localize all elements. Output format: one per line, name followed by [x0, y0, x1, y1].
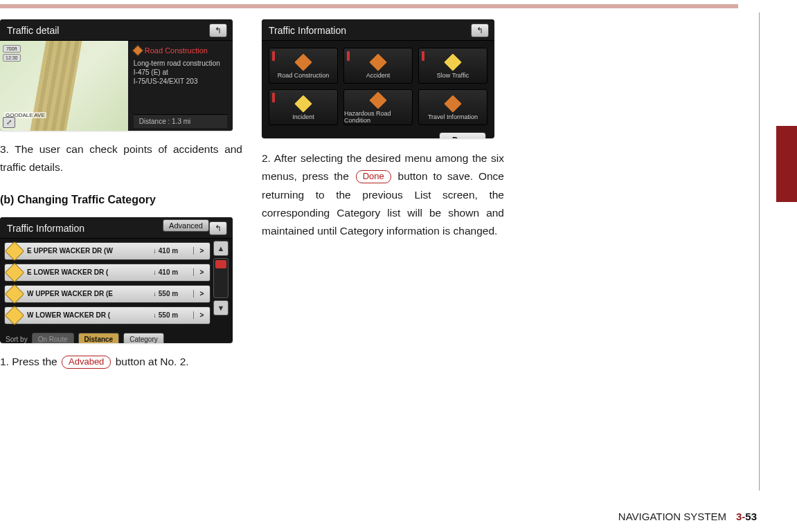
detail-heading-text: Road Construction [145, 46, 208, 55]
category-cell[interactable]: Travel Information [418, 89, 487, 125]
category-cell[interactable]: Accident [343, 48, 413, 84]
sort-bar: Sort by On Route Distance Category [4, 330, 211, 343]
category-label: Hazardous Road Condition [344, 110, 412, 124]
paragraph-b2: 2. After selecting the desired menu amon… [262, 149, 504, 241]
selected-mark-icon [272, 51, 275, 61]
screenshot-traffic-detail: Traffic detail ↰ 700ft 12:30 GOODALE AVE… [0, 19, 233, 131]
warning-diamond-icon [5, 263, 24, 282]
detail-distance-footer: Distance : 1.3 mi [134, 114, 227, 128]
category-diamond-icon [294, 53, 313, 72]
construction-icon [132, 45, 143, 57]
selected-mark-icon [272, 93, 275, 102]
paragraph-3-text: The user can check points of accidents a… [0, 143, 242, 173]
back-button-icon[interactable]: ↰ [471, 24, 489, 37]
category-label: Incident [292, 113, 314, 120]
selected-mark-icon [422, 51, 424, 61]
ss3-title: Traffic Information [269, 25, 346, 36]
detail-body-text: Long-term road construction I-475 (E) at… [134, 59, 227, 86]
warning-diamond-icon [5, 284, 24, 304]
row-distance: ↓ 410 m [153, 268, 193, 276]
map-scale-chip: 700ft [3, 45, 21, 53]
row-chevron-icon[interactable]: > [193, 290, 210, 297]
inline-done-button: Done [356, 170, 391, 183]
screenshot-traffic-list: Traffic Information ↰ Advanced E UPPER W… [0, 217, 233, 343]
row-road-name: W LOWER WACKER DR ( [24, 311, 153, 319]
page-footer: NAVIGATION SYSTEM 3-53 [618, 511, 757, 522]
list-number: 2. [262, 152, 271, 164]
row-chevron-icon[interactable]: > [193, 268, 210, 276]
category-diamond-icon [368, 91, 388, 110]
category-diamond-icon [368, 53, 388, 72]
scroll-top-icon[interactable]: ▲ [213, 241, 229, 256]
paragraph-b1: 1. Press the Advabed button at No. 2. [0, 353, 242, 371]
page-columns: Traffic detail ↰ 700ft 12:30 GOODALE AVE… [0, 19, 505, 371]
scroll-bottom-icon[interactable]: ▼ [213, 300, 229, 315]
warning-diamond-icon [5, 306, 24, 325]
traffic-list-row[interactable]: W UPPER WACKER DR (E↓ 550 m> [4, 285, 211, 303]
done-button[interactable]: Done [439, 132, 486, 138]
sort-category[interactable]: Category [123, 333, 164, 343]
category-diamond-icon [443, 94, 463, 113]
traffic-list-row[interactable]: E LOWER WACKER DR (↓ 410 m> [4, 264, 211, 282]
category-cell[interactable]: Incident [269, 89, 338, 125]
traffic-list-row[interactable]: W LOWER WACKER DR (↓ 550 m> [4, 306, 211, 324]
ss2-title: Traffic Information [7, 223, 84, 234]
top-header-rule [0, 4, 738, 8]
right-margin-rule [759, 12, 760, 490]
row-chevron-icon[interactable]: > [193, 247, 210, 255]
map-thumbnail: 700ft 12:30 GOODALE AVE ⤢ [0, 41, 128, 131]
category-label: Road Construction [278, 72, 330, 79]
row-road-name: E LOWER WACKER DR ( [24, 268, 153, 276]
footer-section: NAVIGATION SYSTEM [618, 511, 726, 522]
category-cell[interactable]: Hazardous Road Condition [343, 89, 413, 125]
row-road-name: W UPPER WACKER DR (E [24, 290, 153, 297]
category-cell[interactable]: Slow Traffic [418, 48, 487, 84]
category-label: Travel Information [428, 113, 478, 120]
category-cell[interactable]: Road Construction [269, 48, 338, 84]
row-distance: ↓ 410 m [153, 247, 193, 255]
advanced-button[interactable]: Advanced [163, 219, 209, 232]
screenshot-category-grid: Traffic Information ↰ Road ConstructionA… [262, 19, 494, 138]
p2-text-a: Press the [12, 356, 60, 367]
map-time-chip: 12:30 [3, 54, 21, 62]
list-scrollbar[interactable]: ▲ ▼ [213, 241, 229, 315]
row-distance: ↓ 550 m [153, 311, 193, 319]
row-road-name: E UPPER WACKER DR (W [24, 247, 153, 255]
column-right: Traffic Information ↰ Road ConstructionA… [262, 19, 504, 371]
column-left: Traffic detail ↰ 700ft 12:30 GOODALE AVE… [0, 19, 242, 371]
list-number: 3. [0, 143, 9, 155]
map-zoom-icon[interactable]: ⤢ [3, 117, 15, 128]
back-button-icon[interactable]: ↰ [209, 221, 227, 235]
category-label: Accident [366, 72, 391, 79]
traffic-list-row[interactable]: E UPPER WACKER DR (W↓ 410 m> [4, 242, 211, 260]
footer-page-number: 3-53 [736, 511, 757, 522]
paragraph-3: 3. The user can check points of accident… [0, 140, 242, 177]
sort-distance[interactable]: Distance [78, 333, 120, 343]
footer-chapter: 3- [736, 511, 745, 522]
ss1-title: Traffic detail [7, 25, 59, 36]
p2-text-b: button at No. 2. [116, 356, 189, 367]
subheading-b: (b) Changing Traffic Category [0, 194, 242, 206]
inline-advanced-button: Advabed [62, 356, 111, 369]
section-tab [776, 126, 797, 202]
warning-diamond-icon [5, 241, 24, 261]
list-number: 1. [0, 356, 9, 367]
selected-mark-icon [347, 51, 350, 61]
footer-page: 53 [745, 511, 757, 522]
row-distance: ↓ 550 m [153, 290, 193, 297]
back-button-icon[interactable]: ↰ [209, 24, 227, 37]
category-diamond-icon [443, 53, 463, 72]
sort-label: Sort by [6, 336, 28, 343]
detail-heading: Road Construction [134, 46, 227, 55]
category-diamond-icon [294, 94, 313, 113]
scroll-track[interactable] [213, 258, 229, 298]
category-label: Slow Traffic [437, 72, 469, 79]
sort-on-route[interactable]: On Route [32, 333, 74, 343]
row-chevron-icon[interactable]: > [193, 311, 210, 319]
